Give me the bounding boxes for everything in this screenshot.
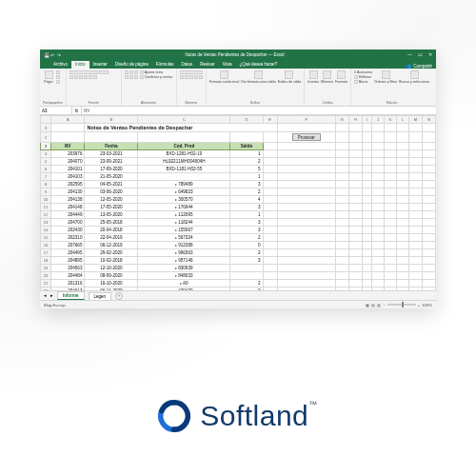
cell[interactable] xyxy=(263,249,277,257)
cell[interactable] xyxy=(384,124,396,132)
cell[interactable] xyxy=(335,150,348,158)
cell[interactable] xyxy=(263,272,277,280)
cell[interactable] xyxy=(348,158,362,166)
cell[interactable] xyxy=(423,173,436,181)
cell[interactable] xyxy=(372,196,384,204)
col-E[interactable]: E xyxy=(263,116,277,124)
cell[interactable] xyxy=(335,234,348,242)
cell[interactable] xyxy=(384,196,396,204)
cell[interactable] xyxy=(384,188,396,196)
cell-nv[interactable]: 204138 xyxy=(51,196,85,204)
cell[interactable] xyxy=(372,188,384,196)
cell[interactable] xyxy=(384,132,396,143)
cell[interactable] xyxy=(372,204,384,211)
cell[interactable] xyxy=(335,211,348,219)
cell-fecha[interactable]: 17-09-2020 xyxy=(85,166,138,173)
cell-nv[interactable]: 204070 xyxy=(51,158,85,166)
cell-codprod[interactable]: HL92211MH004804H xyxy=(138,158,230,166)
font-family-dropdown[interactable] xyxy=(69,70,98,74)
cell[interactable] xyxy=(362,288,372,291)
cell[interactable] xyxy=(348,188,362,196)
align-bottom-button[interactable] xyxy=(134,70,138,74)
cell[interactable] xyxy=(372,249,384,257)
cell[interactable] xyxy=(372,288,384,291)
cell-styles-button[interactable]: Estilos de celda xyxy=(278,70,302,84)
cell-saldo[interactable]: 2 xyxy=(230,234,263,242)
cell[interactable] xyxy=(384,272,396,280)
sheet-tab-informe[interactable]: Informe xyxy=(57,291,85,300)
cell[interactable] xyxy=(263,166,277,173)
cell[interactable] xyxy=(348,219,362,227)
cell[interactable] xyxy=(362,219,372,227)
cell[interactable] xyxy=(372,166,384,173)
undo-icon[interactable]: ↶ xyxy=(50,52,55,57)
cell[interactable] xyxy=(335,257,348,265)
cell[interactable] xyxy=(372,272,384,280)
cell[interactable] xyxy=(85,132,138,143)
cell[interactable] xyxy=(263,173,277,181)
cell[interactable] xyxy=(423,272,436,280)
align-right-button[interactable] xyxy=(134,75,138,79)
cell-codprod[interactable] xyxy=(138,173,230,181)
cell[interactable] xyxy=(277,196,335,204)
cell-fecha[interactable]: 08-09-2020 xyxy=(85,272,138,280)
increase-decimal-button[interactable] xyxy=(194,75,198,79)
copy-icon[interactable] xyxy=(56,75,60,79)
col-L[interactable]: L xyxy=(396,116,408,124)
cell-codprod[interactable]: ▸155067 xyxy=(138,227,230,234)
cell[interactable] xyxy=(396,257,408,265)
cell-codprod[interactable]: BXD-1281-H02-10 xyxy=(138,150,230,158)
font-color-button[interactable] xyxy=(93,75,97,79)
cell-codprod[interactable]: ▸649823 xyxy=(138,188,230,196)
cell[interactable] xyxy=(396,249,408,257)
close-icon[interactable]: ✕ xyxy=(428,51,432,57)
cell[interactable] xyxy=(423,280,436,288)
cell-saldo[interactable]: 3 xyxy=(230,219,263,227)
tab-data[interactable]: Datos xyxy=(178,61,197,69)
cell[interactable] xyxy=(372,173,384,181)
cell-codprod[interactable]: ▸A0 xyxy=(138,280,230,288)
cell-fecha[interactable]: 17-05-2020 xyxy=(85,204,138,211)
currency-button[interactable] xyxy=(180,75,184,79)
cell[interactable] xyxy=(348,132,362,143)
cell[interactable] xyxy=(372,124,384,132)
cell[interactable] xyxy=(51,132,85,143)
cell[interactable] xyxy=(277,219,335,227)
cell-nv[interactable]: 204148 xyxy=(51,204,85,211)
cell[interactable] xyxy=(372,219,384,227)
cell[interactable] xyxy=(362,173,372,181)
row-header[interactable]: 12 xyxy=(41,211,51,219)
cell[interactable] xyxy=(408,158,423,166)
cell[interactable] xyxy=(263,265,277,272)
cell-saldo[interactable]: 3 xyxy=(230,257,263,265)
row-header[interactable]: 9 xyxy=(41,188,51,196)
cell[interactable] xyxy=(372,280,384,288)
tab-home[interactable]: Inicio xyxy=(71,61,89,69)
cell-nv[interactable]: 204895 xyxy=(51,257,85,265)
cell[interactable] xyxy=(396,288,408,291)
cell[interactable] xyxy=(423,204,436,211)
format-table-button[interactable]: Dar formato como tabla xyxy=(241,70,276,84)
cell-fecha[interactable]: 04-05-2021 xyxy=(85,181,138,188)
zoom-out-button[interactable]: − xyxy=(383,303,385,307)
cell[interactable] xyxy=(396,166,408,173)
cell[interactable] xyxy=(277,181,335,188)
cell-saldo[interactable]: 3 xyxy=(230,227,263,234)
cell-codprod[interactable]: ▸300570 xyxy=(138,196,230,204)
zoom-slider[interactable] xyxy=(387,304,416,306)
cell-nv[interactable]: 204700 xyxy=(51,219,85,227)
cell-codprod[interactable]: ▸912388 xyxy=(138,242,230,249)
procesar-button[interactable]: Procesar xyxy=(292,133,321,141)
cell[interactable] xyxy=(372,150,384,158)
font-size-dropdown[interactable] xyxy=(99,70,109,74)
format-cells-button[interactable]: Formato xyxy=(335,70,347,84)
row-header[interactable]: 2 xyxy=(41,132,51,143)
report-title[interactable]: Notas de Ventas Pendientes de Despachar xyxy=(85,124,277,132)
cell-fecha[interactable]: 21-05-2020 xyxy=(85,173,138,181)
tab-file[interactable]: Archivo xyxy=(50,61,71,69)
cell[interactable] xyxy=(335,249,348,257)
cell-codprod[interactable]: ▸957146 xyxy=(138,257,230,265)
fx-icon[interactable]: fx xyxy=(72,107,82,114)
cell[interactable] xyxy=(230,132,263,143)
cell[interactable] xyxy=(384,280,396,288)
